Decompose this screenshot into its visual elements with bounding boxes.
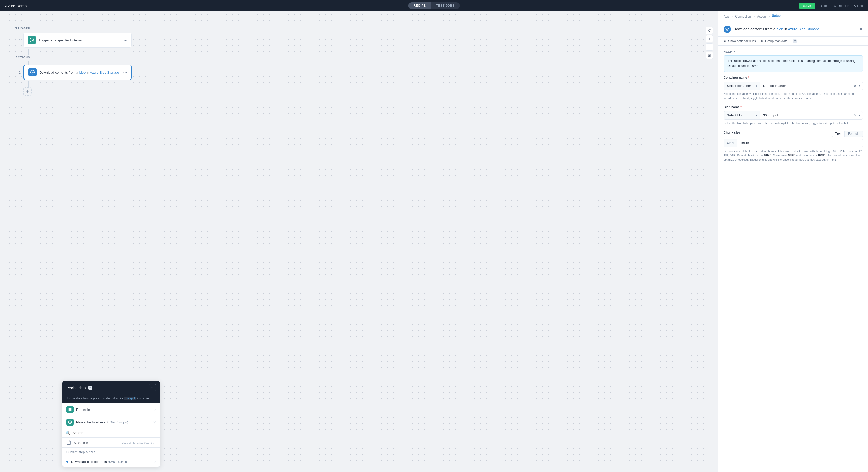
chunk-size-field: Chunk size Text Formula ABC File content… (723, 131, 863, 162)
rdp-scheduled-label: New scheduled event (76, 420, 108, 424)
tab-testjobs[interactable]: TEST JOBS (431, 2, 460, 9)
rdp-blob-dot (66, 461, 68, 463)
group-map-btn[interactable]: ⊞ Group map data (761, 39, 788, 43)
container-select[interactable]: Select container (723, 82, 760, 90)
chunk-size-header: Chunk size Text Formula (723, 131, 863, 137)
rdp-scheduled-item[interactable]: New scheduled event (Step 1 output) ∨ (62, 416, 160, 428)
blob-value-input[interactable] (760, 111, 863, 120)
step2-text: Download contents from a blob in Azure B… (39, 70, 121, 74)
rdp-blob-sublabel: (Step 2 output) (108, 461, 127, 464)
panel-close-button[interactable]: ✕ (859, 26, 863, 32)
breadcrumb-setup[interactable]: Setup (772, 14, 780, 19)
rdp-blob-expand[interactable]: › (154, 460, 156, 464)
blob-hint: Select the blob to be processed. To map … (723, 121, 863, 125)
blob-select-wrapper: Select blob ▼ (723, 111, 760, 120)
canvas-fit-btn[interactable]: ⊞ (706, 52, 713, 59)
rdp-search-icon: 🔍 (65, 431, 70, 435)
container-select-wrapper: Select container ▼ (723, 82, 760, 90)
refresh-icon: ↻ (834, 4, 836, 8)
show-optional-fields-btn[interactable]: 👁 Show optional fields (723, 39, 756, 43)
test-icon: ⊙ (819, 4, 822, 8)
flow-connector-3 (28, 81, 29, 87)
flow-connector-2 (28, 61, 29, 65)
rdp-collapse-btn[interactable]: ⌃ (149, 384, 156, 391)
help-label[interactable]: HELP ∧ (723, 50, 863, 53)
rdp-properties-icon (66, 406, 74, 413)
step1-icon (28, 36, 36, 44)
panel-blob-link[interactable]: blob (777, 27, 783, 31)
blob-dropdown-btn[interactable]: ▼ (858, 114, 861, 117)
chunk-toggle: Text Formula (832, 131, 863, 137)
rdp-start-time-item: Start time 2020-08-30T03:01:00.979-07:00 (62, 438, 160, 447)
app-title: Azure Demo (5, 4, 27, 8)
rdp-blob-label: Download blob contents (71, 460, 107, 464)
chunk-formula-toggle[interactable]: Formula (845, 131, 863, 137)
table-icon: ⊞ (761, 39, 764, 43)
container-name-label: Container name * (723, 76, 863, 80)
rdp-help-icon[interactable]: ? (88, 385, 92, 390)
panel-help-icon[interactable]: ? (793, 39, 797, 43)
step2-storage-link[interactable]: Azure Blob Storage (90, 70, 119, 74)
blob-clear-btn[interactable]: ✕ (854, 113, 857, 118)
chunk-input-wrapper: ABC (723, 139, 863, 148)
canvas-zoom-in-btn[interactable]: + (706, 35, 713, 42)
test-button[interactable]: ⊙ Test (819, 4, 830, 8)
breadcrumb-app[interactable]: App (723, 15, 729, 18)
canvas-zoom-out-btn[interactable]: − (706, 43, 713, 51)
canvas-controls: ↺ + − ⊞ (706, 27, 713, 59)
nav-actions: Save ⊙ Test ↻ Refresh ✕ Exit (799, 3, 863, 9)
container-hint: Select the container which contains the … (723, 92, 863, 100)
canvas-refresh-btn[interactable]: ↺ (706, 27, 713, 34)
step1-more[interactable]: ··· (123, 37, 127, 43)
blob-name-label: Blob name * (723, 105, 863, 109)
container-value-input[interactable] (760, 82, 863, 90)
eye-icon: 👁 (723, 39, 727, 43)
rdp-properties-item[interactable]: Properties › (62, 403, 160, 416)
exit-button[interactable]: ✕ Exit (853, 4, 863, 8)
rdp-subtitle: To use data from a previous step, drag i… (62, 395, 160, 403)
tab-recipe[interactable]: RECIPE (408, 2, 431, 9)
breadcrumb-action[interactable]: Action (757, 15, 766, 18)
chunk-min: 32KB (788, 154, 796, 157)
panel-content: HELP ∧ This action downloads a blob's co… (718, 46, 868, 472)
svg-rect-3 (69, 409, 71, 410)
svg-rect-6 (67, 441, 70, 445)
step1-card[interactable]: Trigger on a specified interval ··· (23, 33, 132, 48)
rdp-properties-section: Properties › (62, 403, 160, 416)
chunk-max: 10MB (817, 154, 825, 157)
rdp-search-wrapper: 🔍 (62, 428, 160, 438)
blob-value-wrapper: ✕ ▼ (760, 111, 863, 120)
container-clear-btn[interactable]: ✕ (854, 84, 857, 88)
add-step-button[interactable]: + (23, 87, 32, 96)
help-box: This action downloads a blob's content. … (723, 55, 863, 72)
rdp-properties-label: Properties (76, 408, 152, 412)
panel-azure-icon (723, 26, 731, 33)
container-value-actions: ✕ ▼ (854, 84, 861, 88)
chunk-size-input[interactable] (737, 139, 863, 147)
container-dropdown-btn[interactable]: ▼ (858, 85, 861, 87)
rdp-start-time-value: 2020-08-30T03:01:00.979-07:00 (122, 441, 156, 444)
svg-rect-4 (69, 410, 71, 411)
recipe-canvas: TRIGGER 1 Trigger on a specified interva… (0, 11, 718, 472)
blob-select[interactable]: Select blob (723, 111, 760, 120)
rdp-scheduled-section: New scheduled event (Step 1 output) ∨ 🔍 (62, 416, 160, 448)
save-button[interactable]: Save (799, 3, 815, 9)
step1-number: 1 (16, 38, 21, 42)
refresh-button[interactable]: ↻ Refresh (834, 4, 849, 8)
step2-more[interactable]: ··· (123, 70, 127, 75)
rdp-search-input[interactable] (72, 431, 157, 435)
rdp-properties-chevron: › (154, 407, 156, 412)
rdp-current-step-header: Current step output (62, 448, 160, 457)
panel-storage-link[interactable]: Azure Blob Storage (788, 27, 819, 31)
chunk-type-badge: ABC (724, 139, 737, 147)
step2-blob-link[interactable]: blob (79, 70, 86, 74)
rdp-download-blob-item[interactable]: Download blob contents (Step 2 output) › (62, 457, 160, 467)
step2-card[interactable]: Download contents from a blob in Azure B… (23, 65, 132, 80)
blob-value-actions: ✕ ▼ (854, 113, 861, 118)
chunk-size-label: Chunk size (723, 131, 740, 134)
breadcrumb-connection[interactable]: Connection (735, 15, 751, 18)
step2-row: 2 Download contents from a blob in Azure… (16, 65, 132, 80)
container-required-star: * (748, 76, 749, 80)
chunk-text-toggle[interactable]: Text (832, 131, 845, 137)
step2-number: 2 (16, 70, 21, 74)
